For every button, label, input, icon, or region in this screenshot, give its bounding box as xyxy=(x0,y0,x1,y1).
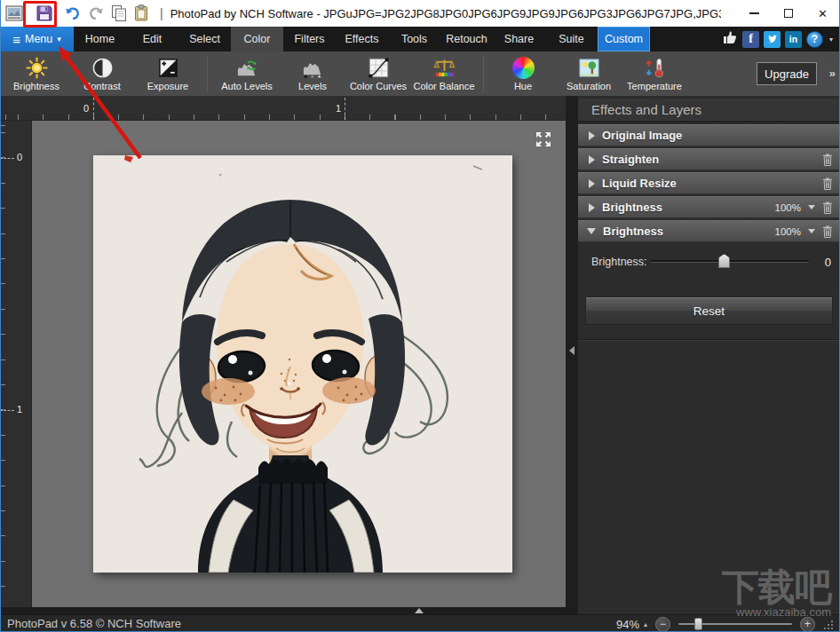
status-bar: PhotoPad v 6.58 © NCH Software 94% ▴ − + xyxy=(0,614,840,632)
saturation-icon xyxy=(578,57,600,79)
photo-canvas[interactable] xyxy=(93,155,512,573)
layer-opacity-value[interactable]: 100% xyxy=(775,202,801,213)
auto-levels-icon xyxy=(236,57,258,79)
chevron-down-icon: ▾ xyxy=(57,35,61,43)
tab-share[interactable]: Share xyxy=(493,27,545,51)
reset-button[interactable]: Reset xyxy=(585,296,833,325)
layer-row-brightness-1[interactable]: Brightness 100% xyxy=(578,196,840,218)
minimize-icon[interactable] xyxy=(749,12,759,13)
color-balance-icon xyxy=(433,57,456,79)
tab-effects[interactable]: Effects xyxy=(336,27,388,51)
hamburger-icon: ≡ xyxy=(12,33,20,46)
tab-filters[interactable]: Filters xyxy=(283,27,336,51)
zoom-in-button[interactable]: + xyxy=(800,617,815,632)
color-curves-icon xyxy=(368,57,390,79)
zoom-slider-thumb[interactable] xyxy=(694,618,702,630)
trash-icon[interactable] xyxy=(822,225,833,238)
tab-tools[interactable]: Tools xyxy=(388,27,440,51)
tab-custom[interactable]: Custom xyxy=(598,27,650,51)
hue-tool-button[interactable]: Hue xyxy=(490,53,556,94)
layer-row-original-image[interactable]: Original Image xyxy=(578,124,840,146)
color-toolbar: Brightness Contrast Exposure Auto Levels… xyxy=(0,51,840,96)
chevron-down-icon[interactable] xyxy=(808,205,815,209)
brightness-tool-button[interactable]: Brightness xyxy=(4,53,69,94)
help-chevron-down-icon[interactable]: ▾ xyxy=(829,36,833,43)
thumbs-up-icon[interactable] xyxy=(722,29,738,49)
chevron-right-icon[interactable] xyxy=(589,179,595,188)
layer-row-liquid-resize[interactable]: Liquid Resize xyxy=(578,172,840,194)
temperature-tool-button[interactable]: Temperature xyxy=(622,53,687,94)
brightness-slider-label: Brightness: xyxy=(591,256,647,268)
color-balance-tool-button[interactable]: Color Balance xyxy=(411,53,477,94)
panel-splitter[interactable] xyxy=(566,96,578,614)
tab-edit[interactable]: Edit xyxy=(126,27,178,51)
trash-icon[interactable] xyxy=(822,178,833,190)
trash-icon[interactable] xyxy=(822,154,833,166)
brightness-slider-track[interactable] xyxy=(651,260,809,263)
save-icon[interactable] xyxy=(36,4,53,22)
chevron-down-icon[interactable] xyxy=(587,228,596,234)
chevron-right-icon[interactable] xyxy=(589,203,595,212)
ruler-top-number-1: 1 xyxy=(336,103,341,114)
upgrade-button[interactable]: Upgrade xyxy=(757,62,817,85)
saturation-tool-button[interactable]: Saturation xyxy=(556,53,622,94)
titlebar-separator: | xyxy=(160,6,163,20)
tab-home[interactable]: Home xyxy=(74,27,126,51)
panel-title: Effects and Layers xyxy=(578,99,840,122)
facebook-icon[interactable]: f xyxy=(742,31,759,48)
ruler-left-number-0: 0 xyxy=(17,152,22,162)
tab-suite[interactable]: Suite xyxy=(545,27,598,51)
color-curves-tool-button[interactable]: Color Curves xyxy=(345,53,411,94)
toolbar-separator xyxy=(207,55,208,92)
chevron-down-icon[interactable] xyxy=(808,229,815,233)
contrast-tool-button[interactable]: Contrast xyxy=(69,53,135,94)
levels-tool-button[interactable]: Levels xyxy=(280,53,345,94)
levels-icon xyxy=(302,57,324,79)
brightness-value: 0 xyxy=(825,256,831,269)
zoom-slider-track[interactable] xyxy=(678,623,792,625)
linkedin-icon[interactable]: in xyxy=(785,31,802,48)
menu-button[interactable]: ≡ Menu ▾ xyxy=(0,27,74,51)
effects-and-layers-panel: Effects and Layers Original Image Straig… xyxy=(578,96,840,614)
image-viewport[interactable] xyxy=(32,121,566,607)
portrait-illustration xyxy=(93,155,512,573)
layer-row-straighten[interactable]: Straighten xyxy=(578,148,840,170)
chevron-right-icon[interactable] xyxy=(589,155,595,164)
layer-opacity-value[interactable]: 100% xyxy=(775,226,801,237)
help-icon[interactable]: ? xyxy=(806,31,823,48)
collapse-panel-icon[interactable] xyxy=(569,346,575,355)
redo-icon[interactable] xyxy=(87,4,105,22)
version-text: PhotoPad v 6.58 © NCH Software xyxy=(7,617,181,630)
expand-fullscreen-icon[interactable] xyxy=(535,131,551,147)
temperature-icon xyxy=(644,57,666,79)
paste-icon[interactable] xyxy=(133,4,151,22)
exposure-icon xyxy=(157,57,179,79)
chevron-right-icon[interactable] xyxy=(589,131,595,140)
brightness-slider-thumb[interactable] xyxy=(718,254,730,268)
brightness-sun-icon xyxy=(26,57,48,79)
tab-retouch[interactable]: Retouch xyxy=(440,27,493,51)
auto-levels-tool-button[interactable]: Auto Levels xyxy=(214,53,280,94)
bottom-collapse-strip[interactable] xyxy=(0,607,578,614)
twitter-icon[interactable] xyxy=(764,31,781,48)
copy-icon[interactable] xyxy=(110,4,128,22)
zoom-out-button[interactable]: − xyxy=(655,617,670,632)
window-title: PhotoPad by NCH Software - JPGuJPG=JPG2J… xyxy=(170,7,721,20)
panel-divider xyxy=(578,339,840,340)
maximize-icon[interactable] xyxy=(784,9,793,18)
toolbar-separator xyxy=(483,55,484,92)
toolbar-overflow-chevron[interactable]: » xyxy=(829,67,836,80)
title-bar: | PhotoPad by NCH Software - JPGuJPG=JPG… xyxy=(0,0,840,27)
trash-icon[interactable] xyxy=(822,201,833,214)
tab-color[interactable]: Color xyxy=(231,27,283,51)
exposure-tool-button[interactable]: Exposure xyxy=(135,53,201,94)
tab-select[interactable]: Select xyxy=(178,27,231,51)
zoom-percentage[interactable]: 94% xyxy=(616,618,639,631)
zoom-caret-up-icon[interactable]: ▴ xyxy=(644,620,647,628)
close-icon[interactable]: ✕ xyxy=(818,8,828,20)
resize-grip[interactable] xyxy=(823,620,833,629)
undo-icon[interactable] xyxy=(64,4,82,22)
layer-row-brightness-2-expanded[interactable]: Brightness 100% xyxy=(578,220,840,242)
expand-up-icon[interactable] xyxy=(415,608,424,613)
canvas-area: 0 1 0 1 xyxy=(0,96,566,607)
